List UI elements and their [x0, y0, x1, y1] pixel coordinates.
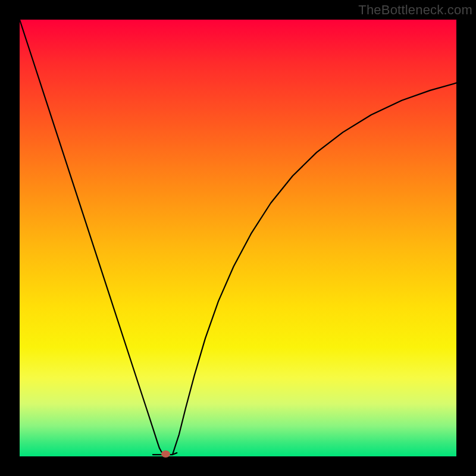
bottleneck-marker	[161, 450, 170, 458]
curve-path	[20, 20, 456, 455]
chart-frame: TheBottleneck.com	[0, 0, 476, 476]
bottleneck-curve	[0, 0, 476, 476]
